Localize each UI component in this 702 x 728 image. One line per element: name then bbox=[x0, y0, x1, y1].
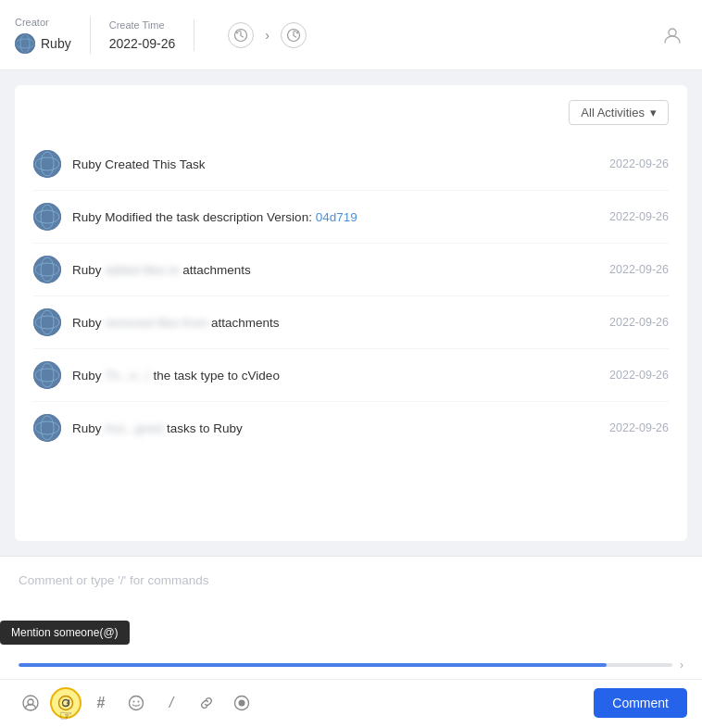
list-item: Ruby Created This Task 2022-09-26 bbox=[33, 138, 669, 191]
create-time-value: 2022-09-26 bbox=[109, 36, 176, 51]
avatar bbox=[33, 203, 61, 231]
avatar-globe-icon bbox=[15, 33, 35, 54]
svg-point-31 bbox=[138, 701, 140, 703]
creator-section: Creator Ruby bbox=[15, 17, 91, 54]
avatar bbox=[33, 256, 61, 283]
filter-dropdown-icon: ▾ bbox=[650, 106, 657, 119]
list-item: Ruby Th...n...l the task type to cVideo … bbox=[33, 349, 669, 402]
svg-point-13 bbox=[33, 256, 61, 283]
activity-text: Ruby Created This Task bbox=[72, 157, 598, 171]
time-controls: › bbox=[228, 22, 307, 48]
assign-user-button[interactable] bbox=[658, 20, 687, 50]
toolbar-row: ☞ # / bbox=[0, 679, 702, 728]
progress-bar-row: › bbox=[0, 659, 702, 679]
arrow-right-icon: › bbox=[265, 28, 270, 43]
slash-command-button[interactable]: / bbox=[156, 687, 187, 719]
activity-date: 2022-09-26 bbox=[609, 421, 669, 434]
creator-name: Ruby bbox=[41, 36, 71, 51]
slash-icon: / bbox=[169, 695, 173, 711]
hashtag-icon: # bbox=[97, 695, 106, 711]
link-button[interactable] bbox=[191, 687, 222, 719]
comment-input-box[interactable]: Comment or type '/' for commands bbox=[0, 557, 702, 612]
list-item: Ruby added files to attachments 2022-09-… bbox=[33, 244, 669, 296]
svg-point-6 bbox=[669, 29, 676, 36]
activity-date: 2022-09-26 bbox=[609, 316, 669, 329]
creator-label: Creator bbox=[15, 17, 71, 28]
activity-date: 2022-09-26 bbox=[609, 210, 669, 223]
creator-avatar bbox=[15, 33, 35, 54]
activity-text: Ruby Ass...gned tasks to Ruby bbox=[72, 421, 598, 435]
svg-point-0 bbox=[15, 33, 35, 54]
avatar bbox=[33, 150, 61, 178]
creator-value: Ruby bbox=[15, 33, 71, 54]
svg-point-16 bbox=[33, 308, 61, 336]
at-mention-button[interactable]: ☞ bbox=[50, 687, 81, 719]
mention-person-button[interactable] bbox=[15, 687, 46, 719]
svg-point-27 bbox=[59, 697, 73, 710]
svg-point-19 bbox=[33, 361, 61, 389]
mention-tooltip: Mention someone(@) bbox=[0, 621, 130, 645]
filter-button[interactable]: All Activities ▾ bbox=[569, 100, 669, 125]
comment-submit-button[interactable]: Comment bbox=[594, 688, 687, 718]
avatar bbox=[33, 308, 61, 336]
svg-point-7 bbox=[33, 150, 61, 178]
progress-bar-fill bbox=[19, 663, 607, 667]
comment-button-label: Comment bbox=[612, 696, 669, 710]
svg-point-10 bbox=[33, 203, 61, 231]
emoji-button[interactable] bbox=[120, 687, 152, 719]
avatar bbox=[33, 361, 61, 389]
svg-point-33 bbox=[239, 700, 245, 707]
tooltip-text: Mention someone(@) bbox=[11, 626, 119, 639]
activity-date: 2022-09-26 bbox=[609, 157, 669, 170]
create-time-section: Create Time 2022-09-26 bbox=[109, 19, 195, 51]
progress-arrow-icon[interactable]: › bbox=[680, 659, 683, 672]
activity-text: Ruby Modified the task description Versi… bbox=[72, 210, 598, 224]
activity-text: Ruby added files to attachments bbox=[72, 263, 598, 277]
activity-list: Ruby Created This Task 2022-09-26 Ruby M… bbox=[33, 138, 669, 526]
filter-label: All Activities bbox=[581, 106, 645, 119]
activity-date: 2022-09-26 bbox=[609, 263, 669, 276]
activity-text: Ruby Th...n...l the task type to cVideo bbox=[72, 369, 598, 383]
list-item: Ruby removed files from attachments 2022… bbox=[33, 296, 669, 349]
time-forward-icon[interactable] bbox=[281, 22, 307, 48]
record-button[interactable] bbox=[226, 687, 257, 719]
version-link[interactable]: 04d719 bbox=[316, 210, 357, 224]
list-item: Ruby Ass...gned tasks to Ruby 2022-09-26 bbox=[33, 402, 669, 454]
list-item: Ruby Modified the task description Versi… bbox=[33, 191, 669, 244]
main-container: Creator Ruby Create Time 2022-09-26 bbox=[0, 0, 702, 728]
create-time-label: Create Time bbox=[109, 19, 176, 31]
hashtag-button[interactable]: # bbox=[85, 687, 117, 719]
comment-placeholder: Comment or type '/' for commands bbox=[19, 573, 208, 587]
header-bar: Creator Ruby Create Time 2022-09-26 bbox=[0, 0, 702, 70]
progress-bar-track bbox=[19, 663, 672, 667]
svg-point-22 bbox=[33, 414, 61, 442]
comment-area: Comment or type '/' for commands › Menti… bbox=[0, 556, 702, 728]
svg-point-30 bbox=[133, 701, 135, 703]
activity-date: 2022-09-26 bbox=[609, 369, 669, 382]
content-area: All Activities ▾ Ruby Created This Task bbox=[0, 70, 702, 556]
avatar bbox=[33, 414, 61, 442]
time-back-icon[interactable] bbox=[228, 22, 254, 48]
filter-row: All Activities ▾ bbox=[33, 100, 669, 125]
activity-text: Ruby removed files from attachments bbox=[72, 316, 598, 330]
create-time-text: 2022-09-26 bbox=[109, 36, 176, 51]
activity-panel: All Activities ▾ Ruby Created This Task bbox=[15, 85, 687, 541]
svg-point-29 bbox=[130, 697, 144, 710]
